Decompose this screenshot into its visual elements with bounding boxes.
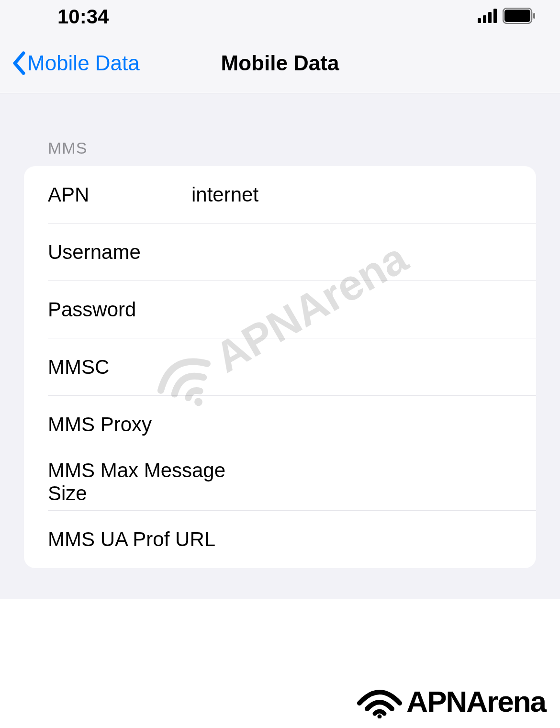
mms-proxy-field[interactable]: [191, 413, 512, 436]
status-time: 10:34: [57, 5, 109, 28]
svg-rect-2: [488, 12, 492, 23]
settings-row-mms-ua-prof[interactable]: MMS UA Prof URL: [24, 511, 536, 568]
svg-rect-6: [533, 13, 535, 19]
svg-rect-0: [478, 18, 481, 23]
svg-rect-3: [493, 9, 497, 23]
row-label-apn: APN: [48, 183, 191, 206]
page-title: Mobile Data: [221, 51, 339, 75]
settings-row-username[interactable]: Username: [24, 224, 536, 281]
password-field[interactable]: [191, 298, 512, 321]
row-label-mms-max-size: MMS Max Message Size: [48, 459, 259, 505]
settings-row-password[interactable]: Password: [24, 281, 536, 338]
svg-rect-5: [504, 10, 530, 22]
back-button[interactable]: Mobile Data: [12, 51, 140, 75]
status-bar: 10:34: [0, 0, 560, 34]
row-label-mms-ua-prof: MMS UA Prof URL: [48, 528, 215, 551]
content-area: MMS APN Username Password MMSC MMS Proxy…: [0, 139, 560, 568]
mms-ua-prof-field[interactable]: [215, 528, 512, 551]
row-label-password: Password: [48, 298, 191, 321]
svg-rect-1: [483, 15, 486, 23]
cellular-signal-icon: [478, 9, 498, 25]
section-header-mms: MMS: [48, 139, 536, 157]
row-label-username: Username: [48, 241, 191, 264]
back-label: Mobile Data: [27, 51, 140, 75]
mmsc-field[interactable]: [191, 356, 512, 379]
settings-row-mms-proxy[interactable]: MMS Proxy: [24, 396, 536, 453]
status-indicators: [478, 8, 536, 26]
row-label-mmsc: MMSC: [48, 356, 191, 379]
watermark-bottom: APNArena: [356, 684, 546, 718]
apn-field[interactable]: [191, 183, 512, 206]
row-label-mms-proxy: MMS Proxy: [48, 413, 191, 436]
settings-row-mms-max-size[interactable]: MMS Max Message Size: [24, 453, 536, 511]
navigation-bar: Mobile Data Mobile Data: [0, 34, 560, 93]
mms-max-size-field[interactable]: [259, 470, 512, 493]
battery-icon: [503, 8, 536, 26]
settings-group-mms: APN Username Password MMSC MMS Proxy MMS…: [24, 166, 536, 568]
settings-row-mmsc[interactable]: MMSC: [24, 338, 536, 396]
watermark-bottom-text: APNArena: [406, 684, 546, 718]
svg-point-8: [378, 714, 382, 718]
wifi-icon: [356, 685, 403, 718]
chevron-left-icon: [12, 51, 25, 75]
username-field[interactable]: [191, 241, 512, 264]
settings-row-apn[interactable]: APN: [24, 166, 536, 224]
